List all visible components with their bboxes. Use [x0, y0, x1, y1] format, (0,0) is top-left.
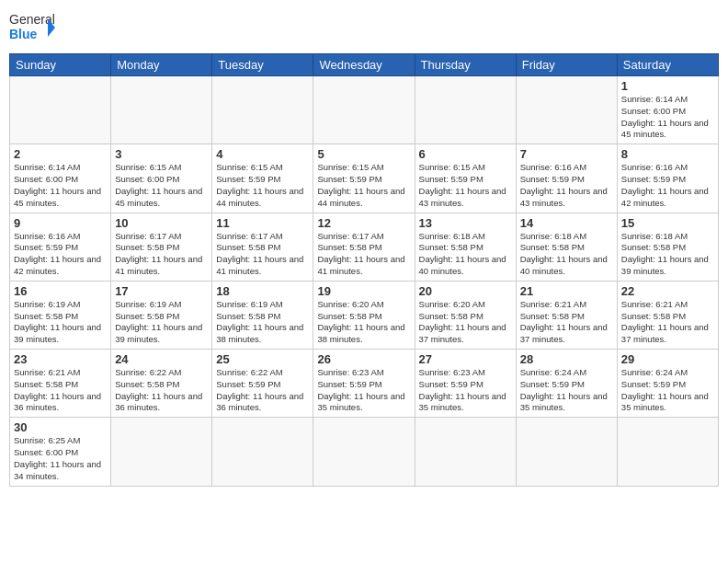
date-number: 28	[520, 352, 613, 366]
cell-details: Sunrise: 6:17 AM Sunset: 5:58 PM Dayligh…	[317, 231, 410, 278]
date-number: 22	[621, 284, 714, 298]
cell-details: Sunrise: 6:17 AM Sunset: 5:58 PM Dayligh…	[216, 231, 309, 278]
date-number: 14	[520, 216, 613, 230]
date-number: 19	[317, 284, 410, 298]
date-number: 10	[115, 216, 208, 230]
weekday-header-wednesday: Wednesday	[313, 54, 415, 76]
weekday-header-monday: Monday	[111, 54, 212, 76]
calendar-cell: 30Sunrise: 6:25 AM Sunset: 6:00 PM Dayli…	[10, 418, 111, 486]
calendar-cell	[111, 76, 212, 144]
cell-details: Sunrise: 6:23 AM Sunset: 5:59 PM Dayligh…	[317, 367, 410, 414]
svg-text:Blue: Blue	[9, 27, 38, 41]
date-number: 8	[621, 147, 714, 161]
cell-details: Sunrise: 6:18 AM Sunset: 5:58 PM Dayligh…	[419, 231, 512, 278]
calendar-cell: 20Sunrise: 6:20 AM Sunset: 5:58 PM Dayli…	[415, 281, 516, 349]
calendar-cell: 22Sunrise: 6:21 AM Sunset: 5:58 PM Dayli…	[617, 281, 718, 349]
date-number: 30	[14, 420, 107, 434]
date-number: 29	[621, 352, 714, 366]
cell-details: Sunrise: 6:22 AM Sunset: 5:59 PM Dayligh…	[216, 367, 309, 414]
cell-details: Sunrise: 6:24 AM Sunset: 5:59 PM Dayligh…	[621, 367, 714, 414]
date-number: 21	[520, 284, 613, 298]
cell-details: Sunrise: 6:15 AM Sunset: 6:00 PM Dayligh…	[115, 162, 208, 209]
calendar-cell: 28Sunrise: 6:24 AM Sunset: 5:59 PM Dayli…	[516, 350, 617, 418]
cell-details: Sunrise: 6:22 AM Sunset: 5:58 PM Dayligh…	[115, 367, 208, 414]
cell-details: Sunrise: 6:21 AM Sunset: 5:58 PM Dayligh…	[621, 299, 714, 346]
cell-details: Sunrise: 6:17 AM Sunset: 5:58 PM Dayligh…	[115, 231, 208, 278]
calendar-cell: 19Sunrise: 6:20 AM Sunset: 5:58 PM Dayli…	[313, 281, 415, 349]
cell-details: Sunrise: 6:18 AM Sunset: 5:58 PM Dayligh…	[621, 231, 714, 278]
date-number: 15	[621, 216, 714, 230]
date-number: 17	[115, 284, 208, 298]
weekday-header-thursday: Thursday	[415, 54, 516, 76]
calendar-cell: 12Sunrise: 6:17 AM Sunset: 5:58 PM Dayli…	[313, 213, 415, 281]
logo-svg: General Blue	[9, 9, 55, 46]
date-number: 5	[317, 147, 410, 161]
cell-details: Sunrise: 6:14 AM Sunset: 6:00 PM Dayligh…	[14, 162, 107, 209]
date-number: 12	[317, 216, 410, 230]
cell-details: Sunrise: 6:18 AM Sunset: 5:58 PM Dayligh…	[520, 231, 613, 278]
calendar-cell: 29Sunrise: 6:24 AM Sunset: 5:59 PM Dayli…	[617, 350, 718, 418]
date-number: 6	[419, 147, 512, 161]
calendar-week-2: 2Sunrise: 6:14 AM Sunset: 6:00 PM Daylig…	[10, 144, 719, 213]
calendar-cell: 15Sunrise: 6:18 AM Sunset: 5:58 PM Dayli…	[617, 213, 718, 281]
date-number: 7	[520, 147, 613, 161]
calendar-cell: 21Sunrise: 6:21 AM Sunset: 5:58 PM Dayli…	[516, 281, 617, 349]
calendar-cell: 9Sunrise: 6:16 AM Sunset: 5:59 PM Daylig…	[10, 213, 111, 281]
calendar-cell: 8Sunrise: 6:16 AM Sunset: 5:59 PM Daylig…	[617, 144, 718, 213]
calendar-week-6: 30Sunrise: 6:25 AM Sunset: 6:00 PM Dayli…	[10, 418, 719, 486]
weekday-header-sunday: Sunday	[10, 54, 111, 76]
calendar-cell	[415, 76, 516, 144]
cell-details: Sunrise: 6:16 AM Sunset: 5:59 PM Dayligh…	[14, 231, 107, 278]
calendar-cell	[212, 418, 313, 486]
calendar-cell: 1Sunrise: 6:14 AM Sunset: 6:00 PM Daylig…	[617, 76, 718, 144]
weekday-header-tuesday: Tuesday	[212, 54, 313, 76]
cell-details: Sunrise: 6:15 AM Sunset: 5:59 PM Dayligh…	[419, 162, 512, 209]
logo: General Blue	[9, 9, 55, 46]
cell-details: Sunrise: 6:16 AM Sunset: 5:59 PM Dayligh…	[520, 162, 613, 209]
cell-details: Sunrise: 6:19 AM Sunset: 5:58 PM Dayligh…	[216, 299, 309, 346]
cell-details: Sunrise: 6:23 AM Sunset: 5:59 PM Dayligh…	[419, 367, 512, 414]
calendar-cell	[516, 418, 617, 486]
calendar-cell: 14Sunrise: 6:18 AM Sunset: 5:58 PM Dayli…	[516, 213, 617, 281]
cell-details: Sunrise: 6:21 AM Sunset: 5:58 PM Dayligh…	[14, 367, 107, 414]
date-number: 3	[115, 147, 208, 161]
date-number: 1	[621, 79, 714, 93]
date-number: 23	[14, 352, 107, 366]
calendar-cell	[617, 418, 718, 486]
calendar-cell: 5Sunrise: 6:15 AM Sunset: 5:59 PM Daylig…	[313, 144, 415, 213]
date-number: 2	[14, 147, 107, 161]
date-number: 25	[216, 352, 309, 366]
cell-details: Sunrise: 6:19 AM Sunset: 5:58 PM Dayligh…	[14, 299, 107, 346]
date-number: 4	[216, 147, 309, 161]
date-number: 24	[115, 352, 208, 366]
calendar-cell: 26Sunrise: 6:23 AM Sunset: 5:59 PM Dayli…	[313, 350, 415, 418]
calendar-cell: 13Sunrise: 6:18 AM Sunset: 5:58 PM Dayli…	[415, 213, 516, 281]
calendar-cell: 4Sunrise: 6:15 AM Sunset: 5:59 PM Daylig…	[212, 144, 313, 213]
calendar-cell: 24Sunrise: 6:22 AM Sunset: 5:58 PM Dayli…	[111, 350, 212, 418]
date-number: 11	[216, 216, 309, 230]
date-number: 26	[317, 352, 410, 366]
header: General Blue	[9, 9, 719, 46]
weekday-header-friday: Friday	[516, 54, 617, 76]
cell-details: Sunrise: 6:15 AM Sunset: 5:59 PM Dayligh…	[317, 162, 410, 209]
calendar-week-1: 1Sunrise: 6:14 AM Sunset: 6:00 PM Daylig…	[10, 76, 719, 144]
cell-details: Sunrise: 6:19 AM Sunset: 5:58 PM Dayligh…	[115, 299, 208, 346]
calendar-cell: 6Sunrise: 6:15 AM Sunset: 5:59 PM Daylig…	[415, 144, 516, 213]
cell-details: Sunrise: 6:20 AM Sunset: 5:58 PM Dayligh…	[419, 299, 512, 346]
cell-details: Sunrise: 6:14 AM Sunset: 6:00 PM Dayligh…	[621, 94, 714, 141]
date-number: 16	[14, 284, 107, 298]
calendar-cell: 27Sunrise: 6:23 AM Sunset: 5:59 PM Dayli…	[415, 350, 516, 418]
calendar-cell: 10Sunrise: 6:17 AM Sunset: 5:58 PM Dayli…	[111, 213, 212, 281]
date-number: 18	[216, 284, 309, 298]
calendar-cell	[10, 76, 111, 144]
date-number: 13	[419, 216, 512, 230]
calendar-cell	[415, 418, 516, 486]
cell-details: Sunrise: 6:24 AM Sunset: 5:59 PM Dayligh…	[520, 367, 613, 414]
calendar-cell: 23Sunrise: 6:21 AM Sunset: 5:58 PM Dayli…	[10, 350, 111, 418]
calendar-week-4: 16Sunrise: 6:19 AM Sunset: 5:58 PM Dayli…	[10, 281, 719, 349]
calendar-cell	[313, 418, 415, 486]
calendar-cell: 3Sunrise: 6:15 AM Sunset: 6:00 PM Daylig…	[111, 144, 212, 213]
date-number: 27	[419, 352, 512, 366]
calendar-cell	[111, 418, 212, 486]
weekday-header-saturday: Saturday	[617, 54, 718, 76]
